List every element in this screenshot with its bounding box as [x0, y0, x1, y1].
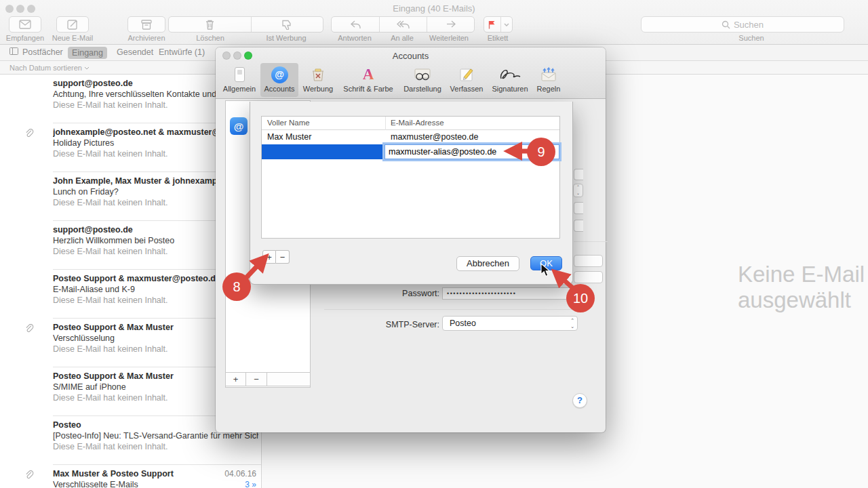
- flag-group: [484, 16, 513, 33]
- flag-label: Etikett: [475, 34, 521, 42]
- signatures-icon: [498, 64, 521, 85]
- window-title: Eingang (40 E-Mails): [0, 3, 868, 14]
- mail-toolbar: Eingang (40 E-Mails) Empfangen Neue E-Ma…: [0, 0, 868, 45]
- trash-icon: [205, 20, 214, 30]
- tab-regeln[interactable]: Regeln: [533, 63, 564, 97]
- preferences-tabbar: Allgemein @ Accounts Werbung A Schrift &…: [220, 63, 564, 97]
- step-badge-10: 10: [566, 284, 595, 312]
- tab-werbung[interactable]: Werbung: [300, 63, 336, 97]
- receive-button[interactable]: [9, 16, 41, 33]
- add-alias-button[interactable]: +: [262, 250, 276, 264]
- reply-label: Antworten: [332, 34, 378, 42]
- new-mail-button[interactable]: [56, 16, 89, 33]
- reply-group: [331, 16, 475, 33]
- alias-table: Voller Name E-Mail-Adresse Max Muster ma…: [261, 116, 560, 239]
- smtp-label: SMTP-Server:: [311, 320, 439, 329]
- attachment-icon: [24, 324, 34, 333]
- tab-accounts-selected[interactable]: @ Accounts: [260, 63, 298, 97]
- mailboxes-toggle[interactable]: Postfächer: [22, 47, 63, 57]
- alias-add-remove: + −: [262, 250, 290, 264]
- junk-label: Ist Werbung: [263, 34, 309, 42]
- preferences-window: Accounts Allgemein @ Accounts Werbung A …: [216, 47, 606, 432]
- forward-icon: [445, 20, 456, 29]
- remove-account-button[interactable]: −: [246, 372, 267, 386]
- column-email-address: E-Mail-Adresse: [391, 119, 444, 127]
- hidden-field-stub: [574, 169, 583, 180]
- flag-menu-button[interactable]: [500, 17, 512, 32]
- mailboxes-icon[interactable]: [9, 47, 18, 57]
- mouse-cursor: [540, 263, 551, 278]
- compose-icon: [67, 19, 78, 30]
- junk-button[interactable]: [251, 17, 323, 32]
- hidden-field-stub: [574, 255, 603, 267]
- envelope-icon: [19, 20, 31, 29]
- delete-label: Löschen: [187, 34, 233, 42]
- hidden-field-stub: [574, 220, 583, 232]
- password-label: Passwort:: [311, 289, 439, 298]
- general-icon: [235, 64, 245, 85]
- chevron-down-icon: [504, 23, 509, 26]
- accounts-icon: @: [271, 64, 288, 85]
- search-input[interactable]: Suchen: [641, 16, 844, 33]
- favorite-drafts[interactable]: Entwürfe (1): [159, 47, 205, 57]
- archive-label: Archivieren: [123, 34, 170, 42]
- select-chevrons-icon: ⌃⌄: [570, 317, 574, 329]
- favorite-inbox-selected[interactable]: Eingang: [68, 47, 107, 59]
- fonts-colors-icon: A: [363, 64, 374, 85]
- step-badge-8: 8: [222, 272, 251, 301]
- password-field[interactable]: ••••••••••••••••••••••: [442, 287, 575, 300]
- preferences-header: Accounts Allgemein @ Accounts Werbung A …: [216, 47, 606, 99]
- tab-signaturen[interactable]: Signaturen: [488, 63, 532, 97]
- alias-row-selected[interactable]: maxmuster-alias@posteo.de: [262, 144, 559, 159]
- new-mail-label: Neue E-Mail: [50, 34, 96, 42]
- message-row[interactable]: Max Muster & Posteo Support Verschlüssel…: [0, 465, 261, 488]
- alias-sheet: Voller Name E-Mail-Adresse Max Muster ma…: [250, 102, 573, 285]
- search-icon: [722, 20, 730, 29]
- column-divider: [385, 117, 386, 130]
- cancel-button[interactable]: Abbrechen: [456, 256, 519, 271]
- archive-icon: [141, 20, 152, 30]
- thread-count[interactable]: 3 »: [245, 480, 256, 488]
- composing-icon: [459, 64, 474, 85]
- flag-button[interactable]: [484, 17, 500, 32]
- reply-icon: [350, 20, 361, 29]
- account-list-buttons: + −: [225, 372, 311, 386]
- smtp-server-select[interactable]: Posteo ⌃⌄: [442, 316, 578, 331]
- chevron-down-icon: [84, 66, 90, 70]
- add-account-button[interactable]: +: [225, 372, 246, 386]
- attachment-icon: [24, 129, 34, 138]
- remove-alias-button[interactable]: −: [276, 250, 290, 264]
- preferences-title: Accounts: [216, 51, 606, 61]
- junk-trash-icon: [311, 64, 325, 85]
- search-placeholder: Suchen: [734, 20, 764, 30]
- hidden-field-stub: [574, 202, 583, 214]
- sort-label: Nach Datum sortieren: [9, 64, 82, 72]
- message-date: 04.06.16: [224, 469, 256, 479]
- tab-schrift-farbe[interactable]: A Schrift & Farbe: [338, 63, 399, 97]
- column-full-name: Voller Name: [267, 119, 310, 127]
- help-button[interactable]: ?: [572, 393, 587, 408]
- delete-junk-group: [168, 16, 323, 33]
- delete-button[interactable]: [169, 17, 251, 32]
- reply-all-icon: [397, 20, 410, 29]
- account-list-spacer: [267, 372, 311, 386]
- tab-darstellung[interactable]: Darstellung: [400, 63, 445, 97]
- alias-row[interactable]: Max Muster maxmuster@posteo.de: [262, 130, 559, 144]
- reply-all-button[interactable]: [379, 17, 427, 32]
- account-type-icon[interactable]: @: [230, 117, 248, 135]
- form-divider: [574, 241, 608, 242]
- tab-verfassen[interactable]: Verfassen: [446, 63, 487, 97]
- form-divider: [324, 309, 576, 310]
- archive-button[interactable]: [127, 16, 165, 33]
- tab-allgemein[interactable]: Allgemein: [220, 63, 259, 97]
- step-badge-9: 9: [527, 138, 555, 166]
- hidden-stepper-stub: ⌃⌄: [573, 184, 583, 197]
- favorite-sent[interactable]: Gesendet: [117, 47, 153, 57]
- rules-icon: [540, 64, 557, 85]
- reply-button[interactable]: [332, 17, 379, 32]
- forward-label: Weiterleiten: [426, 34, 472, 42]
- forward-button[interactable]: [427, 17, 474, 32]
- search-label: Suchen: [728, 34, 774, 42]
- thumbs-down-icon: [281, 20, 292, 30]
- attachment-icon: [24, 470, 34, 480]
